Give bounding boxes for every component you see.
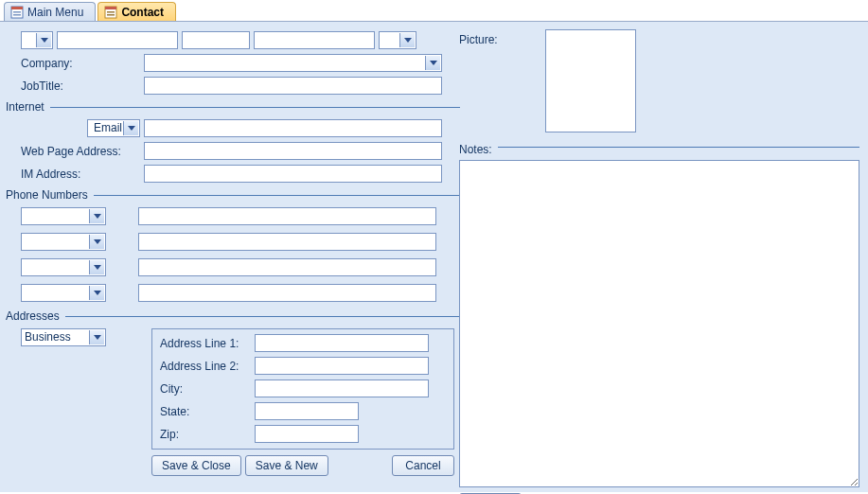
webpage-input[interactable] — [144, 142, 442, 160]
im-label: IM Address: — [21, 168, 144, 181]
email-type-select[interactable]: Email — [87, 119, 140, 137]
phone2-input[interactable] — [138, 233, 436, 251]
divider — [50, 107, 460, 108]
svg-rect-1 — [11, 7, 23, 9]
svg-rect-2 — [13, 11, 21, 13]
state-label: State: — [160, 405, 255, 418]
picture-label: Picture: — [459, 33, 498, 46]
phone2-type-select[interactable] — [21, 233, 106, 251]
city-input[interactable] — [255, 379, 429, 397]
picture-box[interactable] — [545, 29, 636, 132]
jobtitle-input[interactable] — [144, 77, 442, 95]
addr1-input[interactable] — [255, 334, 429, 352]
city-label: City: — [160, 382, 255, 396]
svg-rect-6 — [107, 11, 115, 13]
cancel-button[interactable]: Cancel — [392, 455, 454, 476]
svg-rect-3 — [13, 14, 21, 16]
last-name-input[interactable] — [254, 31, 375, 49]
save-close-button[interactable]: Save & Close — [151, 455, 241, 476]
svg-rect-5 — [105, 7, 116, 9]
svg-rect-7 — [107, 14, 115, 16]
im-input[interactable] — [144, 165, 442, 183]
company-select[interactable] — [144, 54, 442, 72]
section-addresses-title: Addresses — [6, 309, 65, 323]
save-new-button[interactable]: Save & New — [245, 455, 328, 476]
notes-label: Notes: — [459, 143, 492, 156]
prefix-select[interactable] — [21, 31, 53, 49]
divider — [65, 316, 460, 317]
phone4-input[interactable] — [138, 284, 436, 302]
section-internet-title: Internet — [6, 100, 50, 114]
address-panel: Address Line 1: Address Line 2: City: St… — [151, 328, 454, 450]
zip-label: Zip: — [160, 428, 255, 441]
tab-bar: Main Menu Contact — [0, 0, 868, 21]
addr1-label: Address Line 1: — [160, 337, 255, 350]
phone3-input[interactable] — [138, 258, 436, 276]
suffix-select[interactable] — [379, 31, 416, 49]
phone3-type-select[interactable] — [21, 258, 106, 276]
tab-contact-label: Contact — [121, 6, 164, 19]
divider — [94, 195, 460, 196]
state-input[interactable] — [255, 402, 359, 420]
contact-form: Company: JobTitle: Internet Email Web Pa… — [0, 21, 868, 492]
phone1-type-select[interactable] — [21, 207, 106, 225]
address-type-select[interactable]: Business — [21, 328, 106, 346]
email-type-value: Email — [94, 121, 122, 134]
email-input[interactable] — [144, 119, 442, 137]
notes-textarea[interactable] — [459, 160, 859, 487]
phone1-input[interactable] — [138, 207, 436, 225]
tab-main-menu-label: Main Menu — [27, 6, 83, 19]
section-phone-title: Phone Numbers — [6, 188, 94, 202]
middle-name-input[interactable] — [182, 31, 250, 49]
address-type-value: Business — [25, 330, 71, 344]
tab-contact[interactable]: Contact — [97, 2, 176, 21]
divider — [498, 147, 859, 148]
first-name-input[interactable] — [57, 31, 178, 49]
webpage-label: Web Page Address: — [21, 145, 144, 158]
form-icon — [10, 6, 24, 19]
addr2-label: Address Line 2: — [160, 360, 255, 373]
form-icon — [104, 6, 117, 19]
company-label: Company: — [21, 57, 144, 70]
jobtitle-label: JobTitle: — [21, 79, 144, 93]
zip-input[interactable] — [255, 425, 359, 443]
phone4-type-select[interactable] — [21, 284, 106, 302]
addr2-input[interactable] — [255, 357, 429, 375]
tab-main-menu[interactable]: Main Menu — [4, 2, 96, 21]
